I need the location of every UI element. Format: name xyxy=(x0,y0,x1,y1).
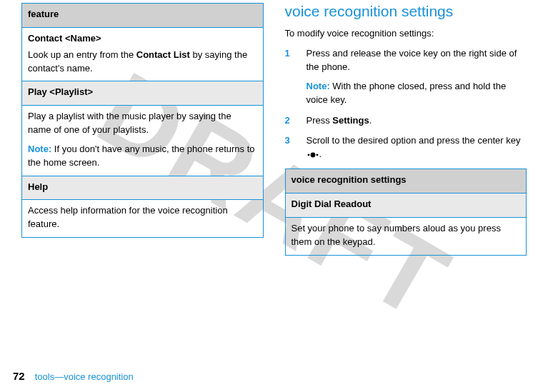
page-content: feature Contact <Name> Look up an entry … xyxy=(0,0,548,353)
breadcrumb: tools—voice recognition xyxy=(35,371,134,382)
note-text: With the phone closed, press and hold th… xyxy=(307,81,507,105)
step-text-post: . xyxy=(369,115,372,126)
step-number: 1 xyxy=(285,47,294,106)
right-column: voice recognition settings To modify voi… xyxy=(285,3,527,353)
row-body-pre: Look up an entry from the xyxy=(28,49,136,60)
row-title: Contact <Name> xyxy=(28,32,257,46)
section-title: voice recognition settings xyxy=(285,3,527,20)
step-text-bold: Settings xyxy=(332,115,369,126)
step-number: 2 xyxy=(285,114,294,128)
intro-text: To modify voice recognition settings: xyxy=(285,27,527,40)
row-title: Help xyxy=(22,176,264,200)
svg-point-2 xyxy=(316,154,318,156)
settings-row-title: Digit Dial Readout xyxy=(285,194,527,218)
step-text-post: . xyxy=(319,149,322,159)
step-item: 2 Press Settings. xyxy=(285,114,527,128)
row-body: Access help information for the voice re… xyxy=(28,204,257,231)
step-number: 3 xyxy=(285,134,294,161)
step-body: Press and release the voice key on the r… xyxy=(307,47,527,106)
note-text: If you don't have any music, the phone r… xyxy=(28,144,255,168)
step-body: Press Settings. xyxy=(307,114,527,128)
feature-table-header: feature xyxy=(22,4,264,28)
table-row: Access help information for the voice re… xyxy=(22,200,264,238)
settings-table-header: voice recognition settings xyxy=(285,169,527,194)
step-text-pre: Scroll to the desired option and press t… xyxy=(307,135,521,146)
left-column: feature Contact <Name> Look up an entry … xyxy=(21,3,264,353)
note-label: Note: xyxy=(307,81,330,91)
step-list: 1 Press and release the voice key on the… xyxy=(285,47,527,161)
step-note: Note: With the phone closed, press and h… xyxy=(307,80,527,107)
row-body: Look up an entry from the Contact List b… xyxy=(28,49,257,76)
settings-table: voice recognition settings Digit Dial Re… xyxy=(285,169,527,255)
note-label: Note: xyxy=(28,144,51,154)
step-body: Scroll to the desired option and press t… xyxy=(307,134,527,161)
feature-table: feature Contact <Name> Look up an entry … xyxy=(21,3,264,238)
svg-point-0 xyxy=(307,154,309,156)
row-body-bold: Contact List xyxy=(136,49,190,60)
page-footer: 72 tools—voice recognition xyxy=(13,370,134,382)
step-text: Press and release the voice key on the r… xyxy=(307,48,517,72)
row-title: Play <Playlist> xyxy=(22,81,264,106)
row-body: Play a playlist with the music player by… xyxy=(28,110,257,137)
step-text-pre: Press xyxy=(307,115,333,126)
row-note: Note: If you don't have any music, the p… xyxy=(28,143,257,170)
settings-row-body: Set your phone to say numbers aloud as y… xyxy=(285,217,527,255)
step-item: 1 Press and release the voice key on the… xyxy=(285,47,527,106)
page-number: 72 xyxy=(13,370,25,382)
table-row: Play a playlist with the music player by… xyxy=(22,106,264,176)
svg-point-1 xyxy=(310,153,315,158)
step-item: 3 Scroll to the desired option and press… xyxy=(285,134,527,161)
center-key-icon xyxy=(307,148,319,161)
table-row: Contact <Name> Look up an entry from the… xyxy=(22,27,264,81)
